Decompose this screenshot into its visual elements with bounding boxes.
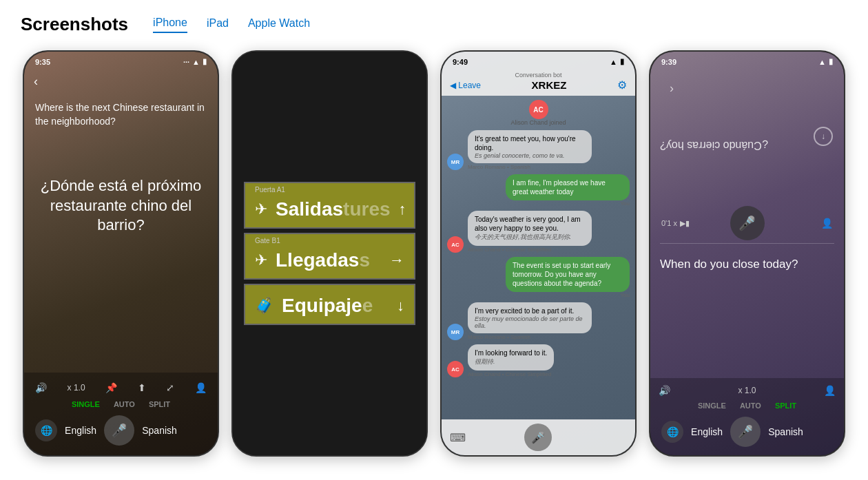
bubble-italic-5: Estoy muy emocionado de ser parte de ell… xyxy=(475,315,585,329)
sign-label-puerta: Puerta A1 xyxy=(255,186,285,194)
person-icon-1[interactable]: 👤 xyxy=(195,382,207,393)
mode-split-4[interactable]: SPLIT xyxy=(775,401,796,410)
sender-name-1: Marco Romano • Spanish xyxy=(468,164,592,170)
avatar-ac-6: AC xyxy=(447,361,464,377)
sender-name-3: Alison Chand • Chinese Simplified xyxy=(468,247,592,253)
sign-plane-icon-1: ✈ xyxy=(255,200,267,218)
chat-header: Conversation bot ◀ Leave XRKEZ ⚙ xyxy=(442,69,635,96)
mode-auto-1[interactable]: AUTO xyxy=(114,400,135,408)
wifi-icon-3: ▲ xyxy=(610,58,617,66)
tab-iphone[interactable]: iPhone xyxy=(153,17,187,33)
status-time-3: 9:49 xyxy=(453,58,468,66)
answer-text-4: When do you close today? xyxy=(660,258,834,271)
bubble-5: I'm very excited to be a part of it. Est… xyxy=(468,302,592,333)
battery-icon-1: ▮ xyxy=(203,57,207,66)
mic-button-4[interactable]: 🎤 xyxy=(730,417,761,447)
phone4-top-half: ‹ ¿Cuándo cierras hoy? ↓ xyxy=(650,69,844,203)
globe-icon-1[interactable]: 🌐 xyxy=(35,419,57,441)
battery-icon-3: ▮ xyxy=(620,57,624,66)
chat-message-6: AC I'm looking forward to it. 很期待. Aliso… xyxy=(447,344,630,377)
chat-message-5: MR I'm very excited to be a part of it. … xyxy=(447,302,630,340)
avatar-ac-joined: AC xyxy=(529,100,548,119)
joined-text: Alison Chand joined xyxy=(447,119,630,126)
sign-label-gate: Gate B1 xyxy=(255,237,280,244)
chat-gear-icon[interactable]: ⚙ xyxy=(617,79,627,92)
tab-ipad[interactable]: iPad xyxy=(207,17,229,32)
battery-icon-4: ▮ xyxy=(829,57,833,66)
phone-screenshot-3: 9:49 ▲ ▮ Conversation bot ◀ Leave XRKEZ … xyxy=(440,50,637,457)
chat-header-small: Conversation bot xyxy=(450,72,627,79)
share-icon-1[interactable]: ⬆ xyxy=(138,382,146,393)
tab-apple-watch[interactable]: Apple Watch xyxy=(248,17,310,32)
phone4-bottom-half: When do you close today? xyxy=(650,244,844,378)
volume-icon-1[interactable]: 🔊 xyxy=(35,382,47,393)
expand-icon-1[interactable]: ⤢ xyxy=(166,382,174,393)
mode-single-1[interactable]: SINGLE xyxy=(72,400,100,408)
question-english-1: Where is the next Chinese restaurant in … xyxy=(24,94,218,135)
question-upside-4: ¿Cuándo cierras hoy? xyxy=(660,139,834,158)
sign-luggage-icon: 🧳 xyxy=(255,297,273,315)
bubble-2: I am fine, I'm pleased we have great wea… xyxy=(506,174,630,200)
chat-back-button[interactable]: ◀ Leave xyxy=(450,81,481,90)
bubble-3: Today's weather is very good, I am also … xyxy=(468,211,592,246)
lang-left-4: English xyxy=(691,426,723,437)
sender-name-5: Marco Romano • Spanish xyxy=(468,334,592,340)
phone1-bottom-controls: 🔊 x 1.0 📌 ⬆ ⤢ 👤 SINGLE AUTO SPLIT 🌐 Engl… xyxy=(24,373,218,455)
avatar-ac-3: AC xyxy=(447,236,464,253)
share-icon-4[interactable]: 👤 xyxy=(821,218,833,229)
wifi-icon-4: ▲ xyxy=(818,58,826,66)
question-spanish-1: ¿Dónde está el próximo restaurante chino… xyxy=(24,135,218,249)
mode-single-4[interactable]: SINGLE xyxy=(698,401,726,410)
phone-screenshot-4: 9:39 ▲ ▮ ‹ ¿Cuándo cierras hoy? ↓ 0'1 xyxy=(649,50,845,457)
chat-title: XRKEZ xyxy=(532,79,567,91)
sign-text-salidas: Salidastures xyxy=(276,198,391,220)
avatar-mr-1: MR xyxy=(447,154,464,170)
chat-message-3: AC Today's weather is very good, I am al… xyxy=(447,211,630,253)
bubble-text-5: I'm very excited to be a part of it. xyxy=(475,306,585,315)
lang-left-1: English xyxy=(65,425,96,436)
speed-label-4: 0'1 x xyxy=(661,219,677,227)
sign-text-equipaje: Equipajee xyxy=(282,295,373,317)
keyboard-icon[interactable]: ⌨ xyxy=(450,431,466,444)
phone4-bottom-controls: 🔊 x 1.0 👤 SINGLE AUTO SPLIT 🌐 English 🎤 … xyxy=(650,378,844,455)
sign-arrow-3: ↓ xyxy=(397,297,404,315)
signal-icon-1: ··· xyxy=(183,58,189,66)
back-button-1[interactable]: ‹ xyxy=(24,69,218,94)
sign-arrow-1: ↑ xyxy=(399,200,406,218)
mode-auto-4[interactable]: AUTO xyxy=(740,401,761,410)
mic-button-3[interactable]: 🎤 xyxy=(524,424,552,451)
pin-icon-1[interactable]: 📌 xyxy=(105,382,117,393)
mic-button-1[interactable]: 🎤 xyxy=(104,415,134,446)
record-icon-4: ▶▮ xyxy=(680,219,690,228)
bubble-text-1: It's great to meet you, how you're doing… xyxy=(475,134,585,152)
sender-name-6: Alison Chand • Chinese Simplified xyxy=(468,371,554,377)
record-button-4[interactable]: 🎤 xyxy=(730,206,765,240)
share-icon-4b[interactable]: 👤 xyxy=(824,385,836,396)
sign-text-llegadas: Llegadass xyxy=(276,249,370,271)
phone-screenshot-1: 9:35 ··· ▲ ▮ ‹ Where is the next Chinese… xyxy=(23,50,219,457)
back-button-4[interactable]: ‹ xyxy=(660,76,683,101)
scroll-down-icon-4[interactable]: ↓ xyxy=(814,127,833,146)
page-header: Screenshots iPhone iPad Apple Watch xyxy=(21,14,847,35)
bubble-4: The event is set up to start early tomor… xyxy=(506,257,630,292)
sign-salidas: Puerta A1 ✈ Salidastures ↑ xyxy=(244,182,415,229)
volume-icon-4[interactable]: 🔊 xyxy=(659,385,670,396)
chat-messages-list: AC Alison Chand joined MR It's great to … xyxy=(442,96,635,419)
status-bar-4: 9:39 ▲ ▮ xyxy=(650,52,844,69)
lang-right-4: Spanish xyxy=(768,426,803,437)
bubble-text-3: Today's weather is very good, I am also … xyxy=(475,215,585,233)
bubble-italic-1: Es genial conocerte, como te va. xyxy=(475,152,585,159)
you-label-4: You xyxy=(506,292,630,298)
sign-equipaje: 🧳 Equipajee ↓ xyxy=(244,284,415,325)
avatar-mr-5: MR xyxy=(447,324,464,340)
mode-split-1[interactable]: SPLIT xyxy=(149,400,170,408)
speed-label-4b: x 1.0 xyxy=(738,386,756,395)
bubble-italic-6: 很期待. xyxy=(475,357,547,366)
chat-message-1: MR It's great to meet you, how you're do… xyxy=(447,130,630,170)
screenshots-row: 9:35 ··· ▲ ▮ ‹ Where is the next Chinese… xyxy=(21,50,847,457)
chat-message-4: The event is set up to start early tomor… xyxy=(447,257,630,298)
sign-llegadas: Gate B1 ✈ Llegadass → xyxy=(244,233,415,280)
globe-icon-4[interactable]: 🌐 xyxy=(661,421,683,443)
speed-label-1: x 1.0 xyxy=(68,383,85,393)
bubble-text-4: The event is set up to start early tomor… xyxy=(513,261,623,288)
